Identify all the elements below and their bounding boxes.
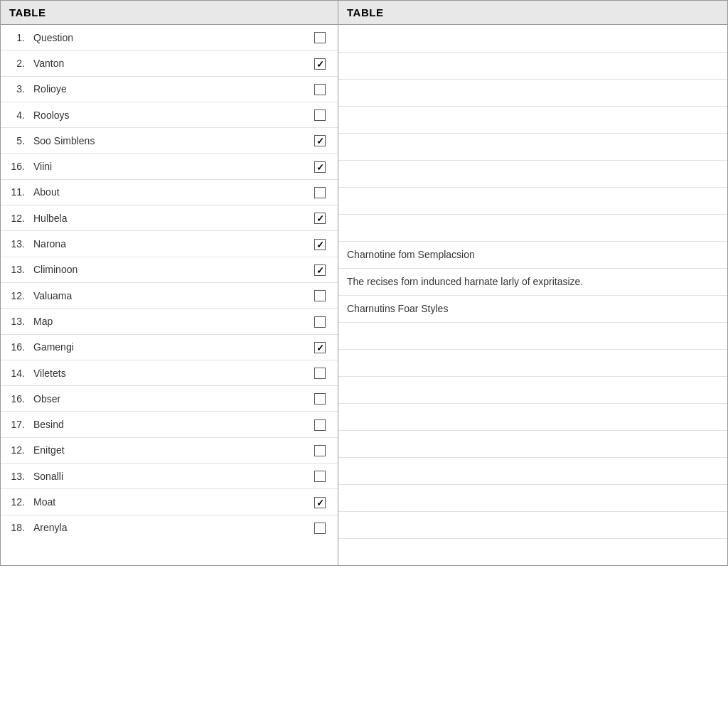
row-name: Viletets bbox=[29, 360, 302, 385]
checkbox-empty-icon bbox=[314, 290, 326, 301]
table-row: 13.Sonalli bbox=[1, 464, 338, 489]
row-checkbox[interactable]: ✓ bbox=[302, 334, 338, 360]
right-table-row bbox=[338, 511, 727, 538]
table-row: 12.Hulbela✓ bbox=[1, 205, 338, 231]
table-row: 13.Map bbox=[1, 309, 338, 334]
row-name: Soo Simblens bbox=[29, 128, 302, 154]
row-checkbox[interactable] bbox=[302, 412, 338, 437]
right-table-header: TABLE bbox=[338, 1, 728, 25]
row-number: 14. bbox=[1, 360, 29, 385]
row-checkbox[interactable]: ✓ bbox=[302, 257, 338, 282]
row-number: 16. bbox=[1, 386, 29, 412]
row-checkbox[interactable] bbox=[302, 464, 338, 489]
table-row: 5.Soo Simblens✓ bbox=[1, 128, 338, 154]
row-checkbox[interactable] bbox=[302, 360, 338, 385]
row-checkbox[interactable] bbox=[302, 102, 338, 127]
right-inner-table: Charnotine fom SemplacsionThe recises fo… bbox=[338, 25, 727, 565]
row-checkbox[interactable] bbox=[302, 437, 338, 463]
table-row: 17.Besind bbox=[1, 412, 338, 437]
table-row: 2.Vanton✓ bbox=[1, 50, 338, 76]
right-table-row bbox=[338, 457, 727, 484]
checkbox-checked-icon: ✓ bbox=[314, 58, 326, 70]
row-name: Climinoon bbox=[29, 257, 302, 282]
row-name: Question bbox=[29, 25, 302, 50]
right-table-row: The recises forn indunced harnate larly … bbox=[338, 268, 727, 295]
checkbox-empty-icon bbox=[314, 523, 326, 534]
row-note bbox=[338, 538, 727, 565]
row-name: Sonalli bbox=[29, 464, 302, 489]
row-number: 17. bbox=[1, 412, 29, 437]
checkbox-checked-icon: ✓ bbox=[314, 264, 326, 276]
checkbox-checked-icon: ✓ bbox=[314, 497, 326, 508]
row-checkbox[interactable] bbox=[302, 515, 338, 540]
right-table-row bbox=[338, 322, 727, 349]
right-table-row bbox=[338, 133, 727, 160]
row-checkbox[interactable] bbox=[302, 309, 338, 334]
left-inner-table: 1.Question2.Vanton✓3.Rolioye4.Rooloys5.S… bbox=[1, 25, 338, 540]
row-checkbox[interactable] bbox=[302, 25, 338, 50]
row-name: Rolioye bbox=[29, 76, 302, 102]
table-row: 16.Obser bbox=[1, 386, 338, 412]
checkbox-checked-icon: ✓ bbox=[314, 342, 326, 353]
row-checkbox[interactable] bbox=[302, 179, 338, 205]
row-note bbox=[338, 484, 727, 511]
row-name: Besind bbox=[29, 412, 302, 437]
row-name: Vanton bbox=[29, 50, 302, 76]
right-table-row bbox=[338, 25, 727, 52]
row-checkbox[interactable]: ✓ bbox=[302, 231, 338, 257]
table-row: 13.Climinoon✓ bbox=[1, 257, 338, 282]
row-checkbox[interactable]: ✓ bbox=[302, 489, 338, 515]
row-note bbox=[338, 430, 727, 457]
row-name: Arenyla bbox=[29, 515, 302, 540]
checkbox-checked-icon: ✓ bbox=[314, 161, 326, 173]
table-row: 13.Narona✓ bbox=[1, 231, 338, 257]
row-number: 13. bbox=[1, 231, 29, 257]
table-row: 18.Arenyla bbox=[1, 515, 338, 540]
checkbox-empty-icon bbox=[314, 471, 326, 482]
row-name: Map bbox=[29, 309, 302, 334]
row-checkbox[interactable] bbox=[302, 76, 338, 102]
row-checkbox[interactable]: ✓ bbox=[302, 154, 338, 179]
right-table-row: Charnotine fom Semplacsion bbox=[338, 241, 727, 268]
row-note bbox=[338, 25, 727, 52]
row-number: 12. bbox=[1, 437, 29, 463]
row-note bbox=[338, 376, 727, 403]
right-table-row bbox=[338, 538, 727, 565]
row-name: Hulbela bbox=[29, 205, 302, 231]
right-table-row bbox=[338, 187, 727, 214]
checkbox-empty-icon bbox=[314, 84, 326, 95]
row-checkbox[interactable] bbox=[302, 282, 338, 308]
row-note: The recises forn indunced harnate larly … bbox=[338, 268, 727, 295]
row-number: 2. bbox=[1, 50, 29, 76]
row-note bbox=[338, 106, 727, 133]
row-number: 12. bbox=[1, 205, 29, 231]
row-checkbox[interactable]: ✓ bbox=[302, 128, 338, 154]
row-number: 4. bbox=[1, 102, 29, 127]
checkbox-empty-icon bbox=[314, 32, 326, 43]
checkbox-empty-icon bbox=[314, 393, 326, 405]
table-row: 12.Enitget bbox=[1, 437, 338, 463]
right-table-row bbox=[338, 160, 727, 187]
right-table-row bbox=[338, 430, 727, 457]
checkbox-checked-icon: ✓ bbox=[314, 239, 326, 250]
table-row: 14.Viletets bbox=[1, 360, 338, 385]
row-note: Charnutins Foar Styles bbox=[338, 295, 727, 322]
row-number: 5. bbox=[1, 128, 29, 154]
table-row: 12.Moat✓ bbox=[1, 489, 338, 515]
table-row: 1.Question bbox=[1, 25, 338, 50]
right-table-row bbox=[338, 403, 727, 430]
row-checkbox[interactable] bbox=[302, 386, 338, 412]
checkbox-empty-icon bbox=[314, 419, 326, 431]
row-checkbox[interactable]: ✓ bbox=[302, 205, 338, 231]
row-name: Narona bbox=[29, 231, 302, 257]
row-note bbox=[338, 79, 727, 106]
row-number: 12. bbox=[1, 282, 29, 308]
row-number: 16. bbox=[1, 154, 29, 179]
row-name: Valuama bbox=[29, 282, 302, 308]
row-note bbox=[338, 214, 727, 241]
checkbox-empty-icon bbox=[314, 316, 326, 328]
row-checkbox[interactable]: ✓ bbox=[302, 50, 338, 76]
row-name: Moat bbox=[29, 489, 302, 515]
row-note bbox=[338, 133, 727, 160]
row-name: Rooloys bbox=[29, 102, 302, 127]
